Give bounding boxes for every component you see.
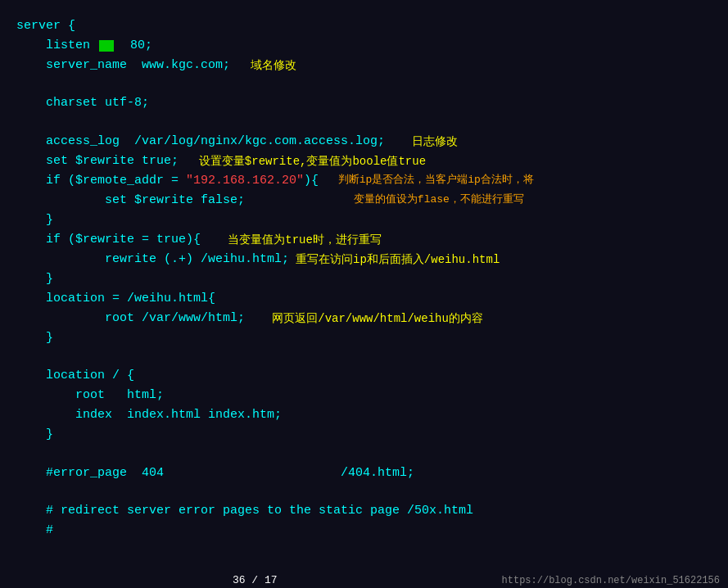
page-number: 36 / 17 (233, 574, 278, 586)
code-line-11: } (16, 210, 712, 230)
empty-line (16, 483, 712, 501)
code-text: 80; (115, 36, 152, 56)
csdn-link: https://blog.csdn.net/weixin_51622156 (502, 575, 720, 586)
code-text: set $rewrite true; (16, 152, 179, 171)
code-text: listen (16, 36, 97, 56)
code-line-1: server { (16, 16, 712, 36)
code-line-14: } (16, 269, 712, 289)
code-line-8: set $rewrite true; 设置变量$rewrite,变量值为bool… (16, 152, 712, 171)
empty-line (16, 348, 712, 366)
code-text: # (16, 521, 53, 541)
code-text: # redirect server error pages to the sta… (16, 501, 473, 521)
code-line-26: # redirect server error pages to the sta… (16, 501, 712, 521)
code-text: server_name www.kgc.com; (16, 56, 230, 75)
code-text: location / { (16, 366, 134, 386)
code-line-17: } (16, 328, 712, 348)
code-text: root html; (16, 386, 164, 405)
annotation: 域名修改 (237, 57, 296, 75)
empty-line (16, 445, 712, 463)
code-text: if ($rewrite = true){ (16, 230, 201, 250)
empty-line (16, 75, 712, 93)
empty-line (16, 113, 712, 131)
annotation: 设置变量$rewrite,变量值为boole值true (185, 152, 426, 170)
code-line-7: access_log /var/log/nginx/kgc.com.access… (16, 132, 712, 152)
code-line-22: } (16, 425, 712, 445)
code-text: } (16, 425, 53, 445)
code-line-20: root html; (16, 386, 712, 405)
code-text: #error_page 404 /404.html; (16, 464, 414, 483)
code-text: location = /weihu.html{ (16, 289, 215, 309)
code-text: rewrite (.+) /weihu.html; (16, 250, 289, 269)
code-text: root /var/www/html; (16, 309, 245, 328)
green-block (99, 40, 114, 52)
annotation: 日志修改 (391, 133, 458, 151)
code-line-12: if ($rewrite = true){ 当变量值为true时，进行重写 (16, 230, 712, 250)
code-line-2: listen 80; (16, 36, 712, 56)
code-line-5: charset utf-8; (16, 93, 712, 113)
code-line-27: # (16, 521, 712, 541)
code-text: if ($remote_addr = (16, 171, 186, 191)
code-text: } (16, 269, 53, 289)
code-line-10: set $rewrite false; 变量的值设为flase，不能进行重写 (16, 191, 712, 210)
code-text: ){ (304, 171, 319, 191)
code-line-9: if ($remote_addr = "192.168.162.20"){ 判断… (16, 171, 712, 191)
code-text: server { (16, 16, 75, 36)
code-line-16: root /var/www/html; 网页返回/var/www/html/we… (16, 309, 712, 328)
annotation: 变量的值设为flase，不能进行重写 (251, 192, 524, 209)
code-text: charset utf-8; (16, 93, 149, 113)
code-container: server { listen 80; server_name www.kgc.… (0, 0, 728, 588)
code-text: index index.html index.htm; (16, 405, 282, 425)
code-line-19: location / { (16, 366, 712, 386)
code-line-3: server_name www.kgc.com; 域名修改 (16, 56, 712, 75)
code-line-24: #error_page 404 /404.html; (16, 464, 712, 483)
annotation: 当变量值为true时，进行重写 (207, 231, 382, 249)
code-text: access_log /var/log/nginx/kgc.com.access… (16, 132, 385, 152)
code-text: } (16, 210, 53, 230)
annotation: 重写在访问ip和后面插入/weihu.html (296, 251, 500, 269)
code-line-15: location = /weihu.html{ (16, 289, 712, 309)
code-text: } (16, 328, 53, 348)
bottom-bar: 36 / 17 https://blog.csdn.net/weixin_516… (0, 572, 728, 588)
code-text: set $rewrite false; (16, 191, 245, 210)
code-text-red: "192.168.162.20" (186, 171, 304, 191)
code-line-21: index index.html index.htm; (16, 405, 712, 425)
code-line-13: rewrite (.+) /weihu.html;重写在访问ip和后面插入/we… (16, 250, 712, 269)
annotation: 网页返回/var/www/html/weihu的内容 (251, 310, 483, 328)
annotation: 判断ip是否合法，当客户端ip合法时，将 (325, 172, 534, 189)
